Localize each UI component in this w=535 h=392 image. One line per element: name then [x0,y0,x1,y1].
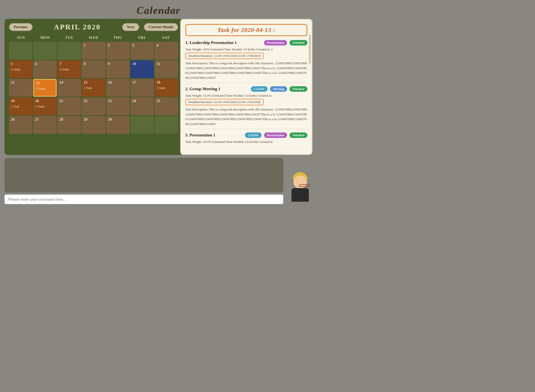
cal-cell-num: 16 [108,80,128,85]
cal-cell-tasks: 2 Tasks [11,67,30,71]
task-description: Task Description: This is a long task de… [185,61,307,80]
task-meta: Task Weight: 0.0% Estimated Time Needed:… [185,47,307,51]
cal-cell-tasks: 3 Tasks [59,67,79,71]
task-panel-title: Task for 2020-04-13 : [185,24,307,36]
calendar-cell[interactable]: 29 [82,116,105,134]
cal-cell-num: 2 [108,43,128,47]
avatar-glasses [299,184,310,187]
calendar-cell[interactable]: 2 [106,42,130,60]
task-deadline: Deadline/Duration: 22:49 13/04/2020-22:4… [185,53,264,59]
cal-header-sun: SUN [9,35,33,41]
scrollbar[interactable] [309,34,311,64]
cal-cell-num: 19 [11,99,30,103]
calendar-cell[interactable]: 17 [130,79,154,97]
calendar-cell[interactable]: 73 Tasks [57,60,81,78]
task-panel: Task for 2020-04-13 : 1. Leadership Pres… [180,19,313,155]
current-month-button[interactable]: Current Month [144,23,178,31]
calendar-cell[interactable]: 25 [155,97,178,115]
task-item-header: 2. Group Meeting 1CS2101MeetingFinished [185,86,307,92]
calendar-cell[interactable]: 26 [9,116,32,134]
calendar-cell[interactable]: 21 [57,97,81,115]
calendar-cell[interactable]: 6 [33,60,57,78]
chat-area [4,158,283,193]
calendar-cell[interactable]: 22 [82,97,105,115]
cal-cell-num: 13 [36,81,54,85]
cal-cell-tasks: 5 Tasks [36,87,54,91]
cal-cell-num: 22 [84,99,103,103]
cal-cell-num: 7 [59,62,79,66]
task-item: 5. Presentation 1CS2101PresentationFinis… [185,132,307,148]
cal-cell-num: 23 [108,99,128,103]
task-item-title: 1. Leadership Presentation 1 [185,40,262,45]
cal-cell-num: 8 [84,62,103,66]
cal-header-tue: TUE [57,35,81,41]
cal-header-mon: MON [33,35,57,41]
cal-cell-num: 28 [59,117,79,122]
badge-presentation: Presentation [264,132,287,138]
task-item: 2. Group Meeting 1CS2101MeetingFinishedT… [185,86,307,129]
calendar-cell[interactable]: 135 Tasks [33,79,57,97]
task-item-title: 5. Presentation 1 [185,133,243,138]
badge-presentation: Presentation [264,40,287,45]
badge-finished: Finished [290,132,307,138]
calendar-cell[interactable]: 27 [33,116,57,134]
calendar-cell[interactable]: 4 [155,42,178,60]
calendar-cell[interactable]: 191 Task [9,97,32,115]
task-meta: Task Weight: 15.0% Estimated Time Needed… [185,94,307,98]
cal-cell-num: 4 [157,43,176,47]
avatar [289,172,311,204]
task-item-header: 1. Leadership Presentation 1Presentation… [185,40,307,45]
cal-cell-num: 25 [157,99,176,103]
command-input[interactable] [4,195,283,204]
cal-cell-num: 1 [84,43,103,47]
calendar-cell[interactable]: 205 Tasks [33,97,57,115]
cal-cell-num: 10 [132,62,152,66]
cal-header-fri: FRI [130,35,154,41]
task-item-title: 2. Group Meeting 1 [185,87,248,91]
calendar-cell[interactable]: 30 [106,116,130,134]
calendar-cell[interactable]: 52 Tasks [9,60,32,78]
task-meta: Task Weight: 20.0% Estimated Time Needed… [185,140,307,144]
calendar-cell [33,42,57,60]
cal-cell-tasks: 1 Task [157,86,176,90]
page-title: Calendar [0,0,317,19]
badge-finished: Finished [290,40,307,45]
calendar-cell[interactable]: 8 [82,60,105,78]
calendar-cell[interactable]: 151 Task [82,79,105,97]
bottom-input-area [4,158,283,204]
badge-cs2101: CS2101 [245,132,262,138]
calendar-header-row: SUNMONTUEWEDTHUFRISAT [9,35,178,41]
calendar-cell[interactable]: 28 [57,116,81,134]
cal-cell-num: 15 [84,80,103,85]
calendar-cell[interactable]: 3 [130,42,154,60]
calendar-cell[interactable]: 12 [9,79,32,97]
calendar-cell[interactable]: 10 [130,60,154,78]
cal-cell-num: 17 [132,80,152,85]
cal-cell-tasks: 1 Task [84,86,103,90]
cal-cell-num: 11 [157,62,176,66]
task-item: 1. Leadership Presentation 1Presentation… [185,40,307,83]
calendar-month-title: APRIL 2020 [37,23,118,31]
calendar-cell [130,116,154,134]
cal-cell-num: 5 [11,62,30,66]
badge-cs2101: CS2101 [251,86,268,92]
calendar-panel: Previous APRIL 2020 Next Current Month S… [4,19,183,155]
next-button[interactable]: Next [122,23,139,31]
cal-cell-num: 30 [108,117,128,122]
avatar-body [292,188,309,202]
calendar-cell[interactable]: 16 [106,79,130,97]
cal-cell-num: 14 [59,80,79,85]
calendar-cell[interactable]: 1 [82,42,105,60]
task-deadline: Deadline/Duration: 22:49 13/04/2020-22:4… [185,99,264,105]
calendar-cell[interactable]: 24 [130,97,154,115]
calendar-cell[interactable]: 14 [57,79,81,97]
calendar-body: 123452 Tasks673 Tasks89101112135 Tasks14… [9,42,178,134]
calendar-cell[interactable]: 23 [106,97,130,115]
badge-finished: Finished [290,86,307,92]
cal-cell-num: 27 [35,117,55,122]
calendar-cell[interactable]: 181 Task [155,79,178,97]
calendar-cell[interactable]: 9 [106,60,130,78]
previous-button[interactable]: Previous [9,23,33,31]
cal-cell-tasks: 5 Tasks [35,105,55,109]
calendar-cell[interactable]: 11 [155,60,178,78]
